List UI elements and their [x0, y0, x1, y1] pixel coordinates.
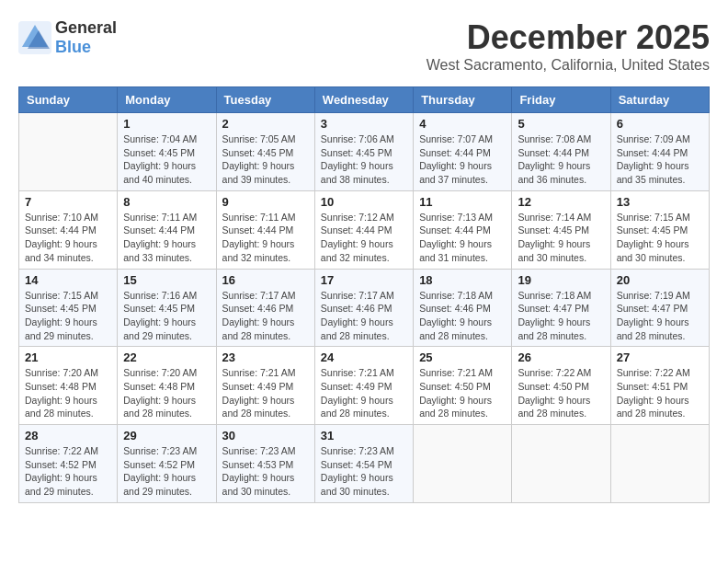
- day-info: Sunrise: 7:17 AM Sunset: 4:46 PM Dayligh…: [321, 289, 407, 343]
- week-row-1: 1Sunrise: 7:04 AM Sunset: 4:45 PM Daylig…: [19, 113, 710, 191]
- day-info: Sunrise: 7:12 AM Sunset: 4:44 PM Dayligh…: [321, 211, 407, 265]
- day-info: Sunrise: 7:18 AM Sunset: 4:46 PM Dayligh…: [419, 289, 506, 343]
- col-header-monday: Monday: [118, 87, 216, 113]
- col-header-friday: Friday: [512, 87, 610, 113]
- day-number: 20: [617, 273, 703, 287]
- day-cell: 5Sunrise: 7:08 AM Sunset: 4:44 PM Daylig…: [512, 113, 610, 191]
- day-number: 9: [222, 195, 309, 209]
- day-info: Sunrise: 7:05 AM Sunset: 4:45 PM Dayligh…: [222, 132, 309, 187]
- col-header-thursday: Thursday: [414, 87, 512, 113]
- header-row: SundayMondayTuesdayWednesdayThursdayFrid…: [19, 87, 710, 113]
- day-info: Sunrise: 7:14 AM Sunset: 4:45 PM Dayligh…: [518, 211, 604, 265]
- day-cell: [512, 425, 610, 503]
- day-number: 30: [222, 429, 309, 442]
- week-row-3: 14Sunrise: 7:15 AM Sunset: 4:45 PM Dayli…: [19, 269, 710, 347]
- day-info: Sunrise: 7:22 AM Sunset: 4:50 PM Dayligh…: [518, 366, 604, 420]
- day-info: Sunrise: 7:08 AM Sunset: 4:44 PM Dayligh…: [518, 132, 604, 187]
- day-cell: 24Sunrise: 7:21 AM Sunset: 4:49 PM Dayli…: [314, 347, 413, 425]
- day-number: 16: [222, 273, 309, 287]
- day-info: Sunrise: 7:11 AM Sunset: 4:44 PM Dayligh…: [222, 211, 309, 265]
- day-number: 1: [123, 117, 210, 131]
- day-info: Sunrise: 7:10 AM Sunset: 4:44 PM Dayligh…: [25, 211, 111, 265]
- day-info: Sunrise: 7:22 AM Sunset: 4:52 PM Dayligh…: [25, 444, 111, 499]
- day-cell: [610, 425, 709, 503]
- day-number: 24: [321, 350, 407, 364]
- header: General Blue December 2025 West Sacramen…: [18, 18, 710, 83]
- day-cell: 22Sunrise: 7:20 AM Sunset: 4:48 PM Dayli…: [118, 347, 216, 425]
- day-info: Sunrise: 7:21 AM Sunset: 4:49 PM Dayligh…: [222, 366, 309, 420]
- day-cell: 28Sunrise: 7:22 AM Sunset: 4:52 PM Dayli…: [19, 425, 118, 503]
- day-cell: 12Sunrise: 7:14 AM Sunset: 4:45 PM Dayli…: [512, 190, 610, 269]
- day-info: Sunrise: 7:20 AM Sunset: 4:48 PM Dayligh…: [25, 366, 111, 420]
- day-number: 7: [25, 195, 111, 209]
- day-info: Sunrise: 7:04 AM Sunset: 4:45 PM Dayligh…: [123, 132, 210, 187]
- day-cell: 27Sunrise: 7:22 AM Sunset: 4:51 PM Dayli…: [610, 347, 709, 425]
- week-row-4: 21Sunrise: 7:20 AM Sunset: 4:48 PM Dayli…: [19, 347, 710, 425]
- day-cell: 30Sunrise: 7:23 AM Sunset: 4:53 PM Dayli…: [216, 425, 314, 503]
- day-number: 27: [617, 350, 703, 364]
- day-info: Sunrise: 7:23 AM Sunset: 4:53 PM Dayligh…: [222, 444, 309, 499]
- day-info: Sunrise: 7:17 AM Sunset: 4:46 PM Dayligh…: [222, 289, 309, 343]
- day-info: Sunrise: 7:23 AM Sunset: 4:52 PM Dayligh…: [123, 444, 210, 499]
- day-number: 17: [321, 273, 407, 287]
- day-number: 31: [321, 429, 407, 442]
- day-info: Sunrise: 7:09 AM Sunset: 4:44 PM Dayligh…: [617, 132, 703, 187]
- day-cell: 21Sunrise: 7:20 AM Sunset: 4:48 PM Dayli…: [19, 347, 118, 425]
- day-number: 3: [321, 117, 407, 131]
- day-number: 29: [123, 429, 210, 442]
- day-number: 25: [419, 350, 506, 364]
- day-cell: 25Sunrise: 7:21 AM Sunset: 4:50 PM Dayli…: [414, 347, 512, 425]
- day-number: 15: [123, 273, 210, 287]
- week-row-2: 7Sunrise: 7:10 AM Sunset: 4:44 PM Daylig…: [19, 190, 710, 269]
- day-cell: 29Sunrise: 7:23 AM Sunset: 4:52 PM Dayli…: [118, 425, 216, 503]
- day-info: Sunrise: 7:15 AM Sunset: 4:45 PM Dayligh…: [25, 289, 111, 343]
- day-cell: 13Sunrise: 7:15 AM Sunset: 4:45 PM Dayli…: [610, 190, 709, 269]
- day-number: 28: [25, 429, 111, 442]
- day-cell: 2Sunrise: 7:05 AM Sunset: 4:45 PM Daylig…: [216, 113, 314, 191]
- day-info: Sunrise: 7:06 AM Sunset: 4:45 PM Dayligh…: [321, 132, 407, 187]
- day-number: 13: [617, 195, 703, 209]
- day-info: Sunrise: 7:13 AM Sunset: 4:44 PM Dayligh…: [419, 211, 506, 265]
- day-number: 22: [123, 350, 210, 364]
- day-number: 4: [419, 117, 506, 131]
- day-info: Sunrise: 7:07 AM Sunset: 4:44 PM Dayligh…: [419, 132, 506, 187]
- day-number: 6: [617, 117, 703, 131]
- day-info: Sunrise: 7:19 AM Sunset: 4:47 PM Dayligh…: [617, 289, 703, 343]
- day-cell: 4Sunrise: 7:07 AM Sunset: 4:44 PM Daylig…: [414, 113, 512, 191]
- title-area: December 2025 West Sacramento, Californi…: [427, 18, 710, 83]
- day-cell: 6Sunrise: 7:09 AM Sunset: 4:44 PM Daylig…: [610, 113, 709, 191]
- day-info: Sunrise: 7:11 AM Sunset: 4:44 PM Dayligh…: [123, 211, 210, 265]
- day-cell: 7Sunrise: 7:10 AM Sunset: 4:44 PM Daylig…: [19, 190, 118, 269]
- day-cell: [19, 113, 118, 191]
- day-cell: 19Sunrise: 7:18 AM Sunset: 4:47 PM Dayli…: [512, 269, 610, 347]
- day-cell: 20Sunrise: 7:19 AM Sunset: 4:47 PM Dayli…: [610, 269, 709, 347]
- day-info: Sunrise: 7:16 AM Sunset: 4:45 PM Dayligh…: [123, 289, 210, 343]
- day-info: Sunrise: 7:21 AM Sunset: 4:50 PM Dayligh…: [419, 366, 506, 420]
- logo-text: General Blue: [55, 18, 117, 57]
- day-number: 14: [25, 273, 111, 287]
- day-cell: 16Sunrise: 7:17 AM Sunset: 4:46 PM Dayli…: [216, 269, 314, 347]
- col-header-wednesday: Wednesday: [314, 87, 413, 113]
- day-number: 2: [222, 117, 309, 131]
- col-header-sunday: Sunday: [19, 87, 118, 113]
- calendar-title: December 2025: [427, 18, 710, 57]
- col-header-saturday: Saturday: [610, 87, 709, 113]
- day-cell: [414, 425, 512, 503]
- day-info: Sunrise: 7:18 AM Sunset: 4:47 PM Dayligh…: [518, 289, 604, 343]
- day-info: Sunrise: 7:21 AM Sunset: 4:49 PM Dayligh…: [321, 366, 407, 420]
- day-cell: 11Sunrise: 7:13 AM Sunset: 4:44 PM Dayli…: [414, 190, 512, 269]
- day-number: 12: [518, 195, 604, 209]
- day-cell: 8Sunrise: 7:11 AM Sunset: 4:44 PM Daylig…: [118, 190, 216, 269]
- day-cell: 26Sunrise: 7:22 AM Sunset: 4:50 PM Dayli…: [512, 347, 610, 425]
- day-number: 5: [518, 117, 604, 131]
- day-number: 8: [123, 195, 210, 209]
- week-row-5: 28Sunrise: 7:22 AM Sunset: 4:52 PM Dayli…: [19, 425, 710, 503]
- day-info: Sunrise: 7:23 AM Sunset: 4:54 PM Dayligh…: [321, 444, 407, 499]
- day-number: 18: [419, 273, 506, 287]
- day-number: 10: [321, 195, 407, 209]
- calendar-table: SundayMondayTuesdayWednesdayThursdayFrid…: [18, 86, 710, 503]
- day-info: Sunrise: 7:20 AM Sunset: 4:48 PM Dayligh…: [123, 366, 210, 420]
- logo: General Blue: [18, 18, 117, 57]
- logo-blue: Blue: [55, 38, 91, 56]
- calendar-subtitle: West Sacramento, California, United Stat…: [427, 57, 710, 74]
